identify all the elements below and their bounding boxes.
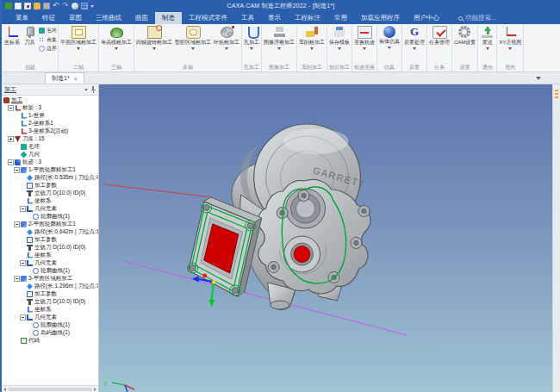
right-panel-strip[interactable] — [552, 84, 560, 392]
menu-tab-annotation[interactable]: 工程标注 — [288, 12, 327, 24]
dropdown-arrow-icon[interactable] — [152, 47, 156, 50]
tree-item-op3-path[interactable]: 路径(长:1.296m | 刀位点:718 — [3, 283, 98, 290]
tree-item-op2[interactable]: 2-平面轮廓精加工1 — [3, 221, 98, 228]
menu-tab-3dcurve[interactable]: 三维曲线 — [89, 12, 128, 24]
tree-item-world-csys[interactable]: 1-世界 — [3, 112, 98, 120]
tree-item-op2-geom-elements[interactable]: 几何元素 — [3, 259, 98, 267]
collapse-icon[interactable] — [20, 260, 26, 266]
tree-item-op2-path[interactable]: 路径(长:0.642m | 刀位点:172 — [3, 228, 98, 236]
tree-item-op2-cutter[interactable]: 立铣刀 D(10.0) ID(0) — [3, 244, 98, 252]
menu-tab-common[interactable]: 常用 — [327, 12, 354, 24]
expand-icon[interactable] — [8, 136, 14, 142]
tree-item-op1-contour-curve[interactable]: 轮廓曲线(1) — [3, 213, 98, 221]
menu-tab-user-center[interactable]: 用户中心 — [407, 12, 446, 24]
tree-item-op1-params[interactable]: 加工参数 — [3, 182, 98, 190]
redo-icon[interactable] — [62, 3, 69, 9]
dropdown-arrow-icon[interactable] — [310, 47, 314, 50]
tree-item-csys2-active[interactable]: 3-坐标系2(活动) — [3, 128, 98, 135]
dropdown-arrow-icon[interactable] — [413, 47, 416, 50]
menu-tab-menu[interactable]: 菜单 — [9, 12, 35, 24]
scrollbar-thumb[interactable] — [8, 388, 92, 391]
tree-item-op2-contour-curve[interactable]: 轮廓曲线(1) — [3, 267, 98, 275]
3d-viewport[interactable]: GARRETT — [99, 84, 552, 392]
dropdown-arrow-icon[interactable] — [486, 47, 489, 50]
grid-toggle-icon[interactable] — [81, 3, 88, 9]
tree-item-csys1[interactable]: 2-坐标系1 — [3, 120, 98, 128]
stock-button[interactable]: 毛坯 — [39, 27, 57, 34]
menu-tab-display[interactable]: 显示 — [261, 12, 288, 24]
coordinate-system-button[interactable]: 坐标系 — [3, 25, 21, 46]
quick-access-dropdown-icon[interactable] — [90, 5, 94, 8]
scroll-right-icon[interactable] — [94, 388, 96, 391]
tree-item-op2-params[interactable]: 加工参数 — [3, 236, 98, 244]
tree-item-frames[interactable]: 标架 : 3 — [3, 104, 98, 112]
tree-item-stock[interactable]: 毛坯 — [3, 143, 98, 151]
tab-list-dropdown-icon[interactable] — [536, 77, 541, 80]
tree-item-op3-geom-elements[interactable]: 几何元素 — [3, 314, 98, 321]
impeller-rough-button[interactable]: 叶轮粗加工 — [213, 25, 240, 50]
tree-item-op3[interactable]: 3-平面区域粗加工 — [3, 275, 98, 283]
panel-dropdown-icon[interactable] — [84, 89, 88, 91]
plane-area-rough-button[interactable]: 平面区域粗加工 — [59, 25, 97, 50]
menu-tab-feature[interactable]: 特征 — [35, 12, 62, 24]
collapse-icon[interactable] — [20, 206, 26, 212]
dropdown-arrow-icon[interactable] — [388, 47, 391, 49]
cam-settings-button[interactable]: CAM设置 — [453, 25, 476, 46]
tree-item-op1-path[interactable]: 路径(长:0.535m | 刀位点:447 — [3, 174, 98, 182]
menu-tab-sketch[interactable]: 草图 — [62, 12, 89, 24]
xy-front-view-button[interactable]: XY正视图 — [498, 25, 522, 50]
tree-item-op3-contour-curve[interactable]: 轮廓曲线(1) — [3, 321, 98, 329]
contour-rough-button[interactable]: 等高线粗加工 — [100, 25, 133, 50]
tree-item-root[interactable]: 加工 — [3, 96, 98, 104]
4axis-rotary-rough-button[interactable]: 四轴旋转粗加工 — [135, 25, 173, 50]
dropdown-arrow-icon[interactable] — [508, 47, 512, 50]
collapse-icon[interactable] — [8, 105, 14, 111]
tree-item-geometry[interactable]: 几何 — [3, 151, 98, 159]
menu-tab-surface[interactable]: 曲面 — [128, 12, 155, 24]
collapse-icon[interactable] — [8, 159, 14, 165]
transform-path-button[interactable]: 变换轨迹 — [353, 25, 376, 50]
save-file-icon[interactable] — [43, 3, 50, 9]
menu-tab-tools[interactable]: 工具 — [234, 12, 261, 24]
menu-tab-engineering-parts[interactable]: 工程模式零件 — [182, 12, 234, 24]
function-search[interactable]: 功能搜索... — [458, 14, 496, 22]
tree-item-op1-csys[interactable]: 坐标系 — [3, 197, 98, 205]
pin-icon[interactable] — [90, 86, 96, 93]
tree-item-op1-geom-elements[interactable]: 几何元素 — [3, 205, 98, 213]
hole-machining-button[interactable]: 孔加工 — [243, 25, 260, 50]
dropdown-arrow-icon[interactable] — [338, 47, 341, 50]
post-process-button[interactable]: G 后置处理 — [403, 25, 426, 50]
tree-item-trajectories[interactable]: 轨迹 : 3 — [3, 159, 98, 166]
send-button[interactable]: 发送 — [479, 25, 495, 50]
tree-item-op1-cutter[interactable]: 立铣刀 D(10.0) ID(0) — [3, 190, 98, 197]
tree-item-op3-params[interactable]: 加工参数 — [3, 290, 98, 298]
dropdown-arrow-icon[interactable] — [77, 47, 80, 50]
tree-item-op3-csys[interactable]: 坐标系 — [3, 306, 98, 314]
render-mode-icon[interactable] — [72, 3, 78, 9]
point-set-button[interactable]: 点集 — [39, 36, 57, 44]
task-manager-button[interactable]: 任务管理 — [428, 25, 451, 46]
solid-simulation-button[interactable]: 实体仿真 — [378, 25, 401, 49]
cavity-area-rough-button[interactable]: 型腔区域粗加工 — [174, 25, 212, 50]
undo-icon[interactable] — [53, 3, 59, 9]
boundary-button[interactable]: 边界 — [39, 45, 57, 53]
save-template-button[interactable]: 保存模板 — [328, 25, 351, 50]
tree-item-op3-cutter[interactable]: 立铣刀 D(10.0) ID(0) — [3, 298, 98, 306]
close-icon[interactable]: × — [74, 76, 78, 82]
new-file-icon[interactable] — [15, 3, 22, 9]
collapse-icon[interactable] — [20, 314, 26, 320]
open-file-icon[interactable] — [34, 3, 40, 9]
dropdown-arrow-icon[interactable] — [225, 47, 228, 50]
dropdown-arrow-icon[interactable] — [250, 47, 253, 50]
collapse-icon[interactable] — [14, 167, 20, 173]
horizontal-scrollbar[interactable] — [2, 385, 98, 392]
scroll-left-icon[interactable] — [3, 388, 6, 391]
menu-tab-load-apps[interactable]: 加载应用程序 — [354, 12, 407, 24]
dropdown-arrow-icon[interactable] — [363, 47, 366, 50]
document-tab[interactable]: 制造1* × — [45, 72, 84, 84]
tree-item-tool-library[interactable]: 刀库 : 15 — [3, 135, 98, 143]
dropdown-arrow-icon[interactable] — [277, 47, 281, 50]
dropdown-arrow-icon[interactable] — [115, 47, 118, 50]
close-file-icon[interactable] — [24, 3, 31, 9]
collapse-icon[interactable] — [14, 276, 20, 282]
